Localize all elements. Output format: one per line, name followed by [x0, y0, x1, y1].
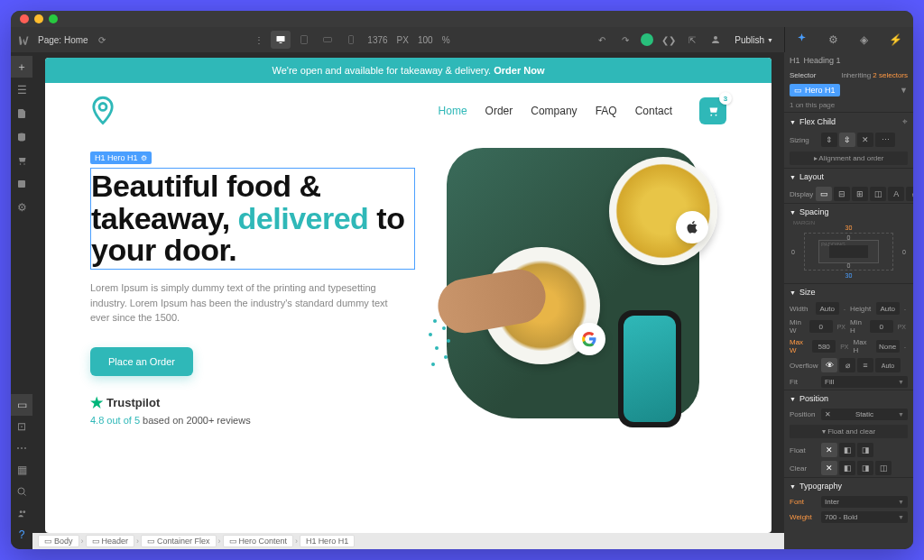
- tablet-view-button[interactable]: [294, 31, 314, 49]
- brand-logo-icon[interactable]: [90, 96, 116, 126]
- hero-heading[interactable]: Beautiful food & takeaway, delivered to …: [90, 168, 415, 270]
- users-button[interactable]: [11, 502, 32, 524]
- float-none-button[interactable]: ✕: [821, 443, 837, 457]
- mobile-portrait-button[interactable]: [341, 31, 361, 49]
- cart-button[interactable]: 3: [699, 97, 726, 124]
- redo-icon[interactable]: ↷: [617, 32, 633, 48]
- breadcrumb-item[interactable]: H1 Hero H1: [300, 535, 355, 547]
- overflow-auto-button[interactable]: Auto: [875, 358, 901, 372]
- float-right-button[interactable]: ◨: [857, 443, 873, 457]
- maxh-input[interactable]: [876, 340, 900, 353]
- overflow-hidden-button[interactable]: ⌀: [839, 358, 855, 372]
- clear-both-button[interactable]: ◫: [875, 461, 892, 475]
- grid-button[interactable]: ▦: [11, 459, 32, 481]
- class-chip[interactable]: ▭ Hero H1: [790, 84, 840, 96]
- weight-select[interactable]: 700 - Bold▼: [821, 511, 908, 523]
- interactions-tab-icon[interactable]: ⚡: [889, 33, 902, 46]
- margin-bottom[interactable]: 30: [845, 272, 853, 279]
- video-button[interactable]: ▭: [11, 394, 32, 416]
- fit-select[interactable]: Fill▼: [821, 376, 908, 388]
- breadcrumb-item[interactable]: ▭ Body: [38, 535, 79, 547]
- element-tag[interactable]: H1 Hero H1 ⚙: [90, 151, 152, 164]
- selector-dropdown-icon[interactable]: ▼: [900, 86, 908, 95]
- minw-input[interactable]: [809, 320, 833, 333]
- zoom-level[interactable]: 100: [415, 35, 436, 45]
- flex-child-header[interactable]: ▼Flex Child⌖: [784, 113, 913, 131]
- webpage-preview[interactable]: We're open and available for takeaway & …: [45, 58, 772, 533]
- layout-header[interactable]: ▼Layout: [784, 169, 913, 185]
- spacing-box-model[interactable]: MARGIN 30 30 0 0 PADDING 0 0: [793, 225, 904, 278]
- clear-left-button[interactable]: ◧: [839, 461, 855, 475]
- font-select[interactable]: Inter▼: [821, 496, 908, 508]
- nav-company[interactable]: Company: [531, 105, 577, 117]
- refresh-icon[interactable]: ⟳: [94, 32, 110, 48]
- ecommerce-button[interactable]: [11, 150, 32, 171]
- position-select[interactable]: ✕ Static▼: [821, 409, 908, 420]
- trustpilot-row[interactable]: ★ Trustpilot: [90, 394, 420, 411]
- style-tab-icon[interactable]: [796, 32, 808, 47]
- navigator-button[interactable]: ☰: [11, 79, 32, 101]
- banner-cta-link[interactable]: Order Now: [494, 65, 544, 76]
- minimize-window-button[interactable]: [34, 14, 43, 23]
- assets-button[interactable]: [11, 173, 32, 195]
- breadcrumb-item[interactable]: ▭ Header: [86, 535, 135, 547]
- position-header[interactable]: ▼Position: [784, 390, 913, 407]
- help-button[interactable]: ⋯: [11, 437, 32, 459]
- display-block-button[interactable]: ▭: [816, 187, 832, 201]
- cms-button[interactable]: [11, 126, 32, 148]
- overflow-scroll-button[interactable]: ≡: [857, 358, 873, 372]
- overflow-visible-button[interactable]: 👁: [821, 358, 837, 372]
- breadcrumb-item[interactable]: ▭ Container Flex: [141, 535, 217, 547]
- float-clear-link[interactable]: ▾ Float and clear: [790, 425, 908, 438]
- export-icon[interactable]: ⇱: [684, 32, 700, 48]
- nav-order[interactable]: Order: [485, 105, 513, 117]
- sizing-none-button[interactable]: ✕: [857, 133, 873, 147]
- clear-right-button[interactable]: ◨: [857, 461, 873, 475]
- maxw-input[interactable]: [812, 340, 836, 353]
- alignment-order-link[interactable]: ▸ Alignment and order: [790, 151, 908, 165]
- sizing-shrink-button[interactable]: ⇕: [821, 133, 837, 147]
- hero-subtext[interactable]: Lorem Ipsum is simply dummy text of the …: [90, 280, 397, 326]
- hero-image[interactable]: [447, 148, 726, 427]
- display-none-button[interactable]: ⌀: [906, 187, 913, 201]
- maximize-window-button[interactable]: [49, 14, 58, 23]
- search-button[interactable]: [11, 481, 32, 502]
- settings-tab-icon[interactable]: ⚙: [828, 33, 838, 46]
- clear-none-button[interactable]: ✕: [821, 461, 837, 475]
- nav-faq[interactable]: FAQ: [596, 105, 617, 117]
- tag-gear-icon[interactable]: ⚙: [141, 154, 147, 162]
- width-input[interactable]: [816, 302, 839, 315]
- padding-bottom[interactable]: 0: [847, 262, 851, 269]
- style-manager-tab-icon[interactable]: ◈: [860, 33, 868, 46]
- undo-icon[interactable]: ↶: [594, 32, 610, 48]
- display-inline-block-button[interactable]: ◫: [870, 187, 886, 201]
- minh-input[interactable]: [870, 320, 893, 333]
- sizing-grow-button[interactable]: ⇳: [839, 133, 855, 147]
- close-window-button[interactable]: [20, 14, 29, 23]
- display-inline-button[interactable]: A: [888, 187, 904, 201]
- publish-button[interactable]: Publish ▼: [731, 35, 777, 45]
- code-icon[interactable]: ❮❯: [661, 32, 677, 48]
- user-icon[interactable]: [707, 32, 724, 48]
- sizing-more-button[interactable]: ⋯: [875, 133, 895, 147]
- add-element-button[interactable]: ＋: [11, 56, 32, 78]
- target-icon[interactable]: ⌖: [902, 116, 908, 127]
- margin-top[interactable]: 30: [845, 225, 853, 231]
- margin-right[interactable]: 0: [902, 249, 906, 255]
- float-left-button[interactable]: ◧: [839, 443, 855, 457]
- breadcrumb-item[interactable]: ▭ Hero Content: [223, 535, 294, 547]
- size-header[interactable]: ▼Size: [784, 284, 913, 300]
- nav-contact[interactable]: Contact: [635, 105, 672, 117]
- viewport-width[interactable]: 1376: [365, 35, 390, 45]
- pages-button[interactable]: [11, 103, 32, 124]
- margin-left[interactable]: 0: [791, 249, 795, 255]
- hint-button[interactable]: ?: [11, 524, 32, 546]
- webflow-logo-icon[interactable]: [18, 32, 32, 47]
- typography-header[interactable]: ▼Typography: [784, 478, 913, 494]
- spacing-header[interactable]: ▼Spacing: [784, 204, 913, 220]
- desktop-view-button[interactable]: [271, 31, 291, 49]
- display-flex-button[interactable]: ⊟: [834, 187, 850, 201]
- hero-cta-button[interactable]: Place an Order: [90, 347, 193, 376]
- project-settings-button[interactable]: ⚙: [11, 197, 32, 218]
- height-input[interactable]: [876, 302, 900, 315]
